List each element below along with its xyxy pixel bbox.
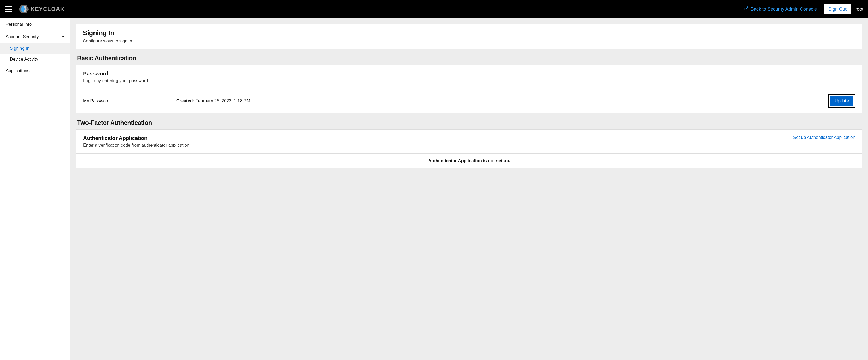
update-password-button[interactable]: Update <box>830 96 854 106</box>
password-row-label: My Password <box>83 98 176 103</box>
created-value: February 25, 2022, 1:18 PM <box>195 98 250 103</box>
authenticator-card: Authenticator Application Enter a verifi… <box>76 129 862 168</box>
external-link-icon <box>744 6 749 12</box>
setup-authenticator-link[interactable]: Set up Authenticator Application <box>793 135 855 140</box>
logo-mark-icon <box>18 3 30 15</box>
hamburger-icon[interactable] <box>5 6 12 12</box>
password-created: Created: February 25, 2022, 1:18 PM <box>176 98 828 103</box>
sign-out-button[interactable]: Sign Out <box>824 4 851 14</box>
back-to-console-label: Back to Security Admin Console <box>751 6 817 12</box>
created-label: Created: <box>176 98 194 103</box>
top-header: KEYCLOAK Back to Security Admin Console … <box>0 0 868 18</box>
authenticator-card-head: Authenticator Application Enter a verifi… <box>76 130 862 153</box>
logo-text: KEYCLOAK <box>31 6 64 12</box>
authenticator-card-title: Authenticator Application <box>83 135 191 141</box>
sidebar-item-personal-info[interactable]: Personal Info <box>0 18 70 31</box>
password-card: Password Log in by entering your passwor… <box>76 65 862 114</box>
password-card-title: Password <box>83 70 149 77</box>
sidebar-sub-signing-in[interactable]: Signing In <box>0 43 70 54</box>
sidebar-sub-device-activity[interactable]: Device Activity <box>0 54 70 65</box>
sidebar-item-applications[interactable]: Applications <box>0 65 70 77</box>
update-highlight-box: Update <box>828 94 855 108</box>
basic-auth-section-title: Basic Authentication <box>76 55 862 62</box>
twofa-section-title: Two-Factor Authentication <box>76 119 862 126</box>
back-to-console-link[interactable]: Back to Security Admin Console <box>744 6 817 12</box>
sidebar-item-label: Signing In <box>10 46 30 51</box>
password-row: My Password Created: February 25, 2022, … <box>76 89 862 113</box>
sidebar-item-label: Applications <box>6 68 30 73</box>
password-card-desc: Log in by entering your password. <box>83 78 149 83</box>
sidebar-item-account-security[interactable]: Account Security <box>0 31 70 43</box>
sidebar-item-label: Device Activity <box>10 57 38 62</box>
page-header-card: Signing In Configure ways to sign in. <box>76 24 862 49</box>
sidebar-item-label: Account Security <box>6 34 39 39</box>
chevron-down-icon <box>61 35 64 39</box>
page-title: Signing In <box>83 29 856 37</box>
sidebar: Personal Info Account Security Signing I… <box>0 18 70 360</box>
logo[interactable]: KEYCLOAK <box>18 3 64 15</box>
authenticator-not-setup-message: Authenticator Application is not set up. <box>76 153 862 168</box>
main-content: Signing In Configure ways to sign in. Ba… <box>70 18 868 360</box>
page-description: Configure ways to sign in. <box>83 38 856 44</box>
password-card-head: Password Log in by entering your passwor… <box>76 65 862 89</box>
username-label: root <box>855 6 863 12</box>
sidebar-item-label: Personal Info <box>6 22 32 27</box>
authenticator-card-desc: Enter a verification code from authentic… <box>83 143 191 148</box>
